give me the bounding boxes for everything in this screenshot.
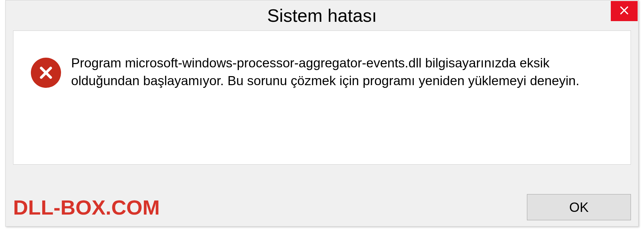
dialog-footer: DLL-BOX.COM OK — [13, 194, 631, 220]
error-message: Program microsoft-windows-processor-aggr… — [71, 54, 614, 90]
content-panel: Program microsoft-windows-processor-aggr… — [13, 31, 631, 165]
titlebar: Sistem hatası — [6, 0, 638, 31]
error-icon-wrap — [31, 58, 61, 88]
error-icon — [31, 58, 61, 88]
dialog-title: Sistem hatası — [267, 5, 377, 26]
ok-button[interactable]: OK — [527, 194, 631, 220]
watermark-text: DLL-BOX.COM — [13, 195, 160, 219]
close-icon — [619, 5, 629, 17]
error-dialog: Sistem hatası Program microsoft-windows-… — [5, 0, 639, 227]
close-button[interactable] — [611, 1, 638, 21]
